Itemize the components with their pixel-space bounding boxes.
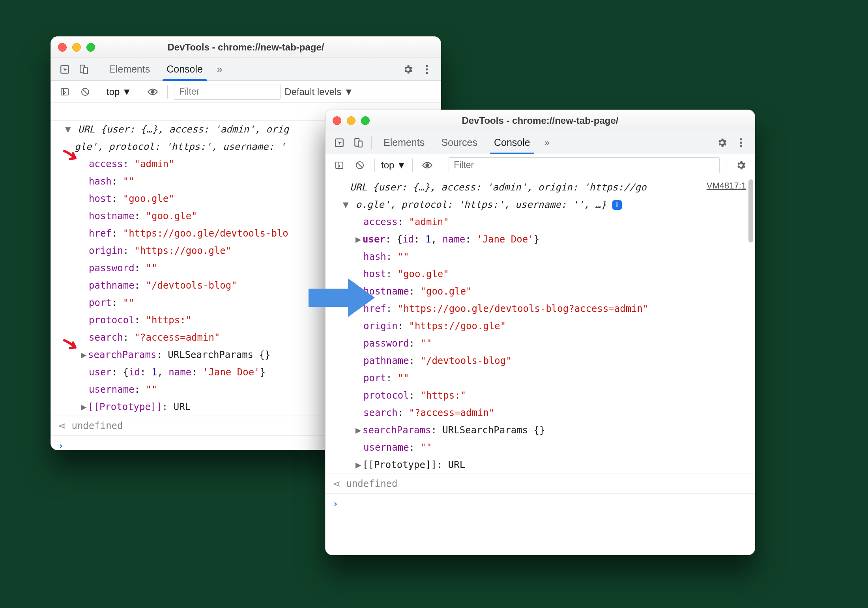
context-selector[interactable]: top ▼	[107, 86, 131, 97]
divider	[371, 136, 372, 149]
tab-elements[interactable]: Elements	[376, 131, 432, 154]
brace: {	[123, 367, 129, 378]
sidebar-toggle-icon[interactable]	[56, 84, 73, 100]
prop-value: "admin"	[135, 159, 174, 170]
prop-row[interactable]: password: ""	[326, 335, 755, 352]
chevron-down-icon: ▼	[397, 160, 406, 171]
prop-row[interactable]: href: "https://goo.gle/devtools-blog?acc…	[326, 300, 755, 317]
minimize-icon[interactable]	[347, 116, 355, 125]
prop-key: pathname	[89, 280, 135, 291]
levels-label: Default levels	[284, 86, 341, 97]
more-tabs-icon[interactable]: »	[212, 64, 227, 75]
divider	[374, 159, 375, 172]
sidebar-toggle-icon[interactable]	[331, 157, 348, 173]
kebab-icon[interactable]	[733, 134, 749, 151]
prop-row[interactable]: hostname: "goo.gle"	[326, 283, 755, 300]
eye-icon[interactable]	[144, 84, 161, 100]
inspect-icon[interactable]	[56, 61, 73, 78]
prop-row[interactable]: port: ""	[326, 369, 755, 387]
filter-input[interactable]	[174, 84, 281, 100]
prop-row[interactable]: username: ""	[326, 439, 755, 456]
prop-row[interactable]: search: "?access=admin"	[326, 404, 755, 421]
clear-console-icon[interactable]	[77, 84, 94, 100]
summary-text: URL {user: {…}, access: 'admin', origin:…	[350, 182, 646, 193]
expand-triangle-icon[interactable]: ▶	[355, 231, 363, 247]
more-tabs-icon[interactable]: »	[540, 137, 554, 148]
prop-value: "goo.gle"	[123, 193, 174, 204]
prop-row[interactable]: pathname: "/devtools-blog"	[326, 352, 755, 369]
expand-triangle-icon[interactable]: ▶	[81, 347, 88, 363]
inspect-icon[interactable]	[331, 134, 348, 151]
prop-key: href	[363, 303, 386, 314]
close-icon[interactable]	[58, 43, 67, 52]
svg-point-4	[426, 68, 428, 70]
prop-value: "/devtools-blog"	[146, 280, 237, 291]
expand-triangle-icon[interactable]: ▶	[81, 399, 88, 415]
filter-input[interactable]	[449, 157, 720, 173]
prop-key: host	[363, 269, 386, 280]
prop-key: search	[89, 332, 123, 343]
prop-key: name	[168, 367, 191, 378]
maximize-icon[interactable]	[86, 43, 95, 52]
window-title: DevTools - chrome://new-tab-page/	[326, 115, 755, 126]
prop-key: searchParams	[363, 425, 431, 436]
traffic-lights	[333, 116, 370, 125]
close-icon[interactable]	[333, 116, 341, 125]
prop-key: port	[363, 373, 386, 384]
tab-sources[interactable]: Sources	[434, 131, 485, 154]
object-summary[interactable]: URL {user: {…}, access: 'admin', origin:…	[326, 176, 755, 196]
titlebar: DevTools - chrome://new-tab-page/	[51, 37, 441, 58]
prop-key: host	[89, 193, 112, 204]
expand-triangle-icon[interactable]: ▶	[355, 422, 363, 438]
prop-value: "/devtools-blog"	[421, 355, 512, 366]
tab-elements[interactable]: Elements	[102, 58, 157, 80]
prop-row[interactable]: ▶user: {id: 1, name: 'Jane Doe'}	[326, 231, 755, 248]
tab-console[interactable]: Console	[159, 58, 210, 80]
gear-icon[interactable]	[400, 61, 416, 78]
info-badge-icon[interactable]: i	[612, 200, 622, 210]
prop-row[interactable]: origin: "https://goo.gle"	[326, 317, 755, 335]
prop-row[interactable]: hash: ""	[326, 248, 755, 265]
prop-value: "?access=admin"	[409, 407, 495, 418]
console-prompt[interactable]: ›	[326, 494, 755, 514]
prop-value: "admin"	[409, 216, 449, 228]
expand-triangle-icon[interactable]: ▶	[355, 457, 363, 473]
gear-icon[interactable]	[733, 157, 749, 173]
prop-key: hash	[89, 176, 112, 187]
prop-key: password	[363, 338, 409, 349]
prop-row[interactable]: ▶searchParams: URLSearchParams {}	[326, 421, 755, 439]
tab-console[interactable]: Console	[487, 131, 537, 154]
devtools-window-right: DevTools - chrome://new-tab-page/ Elemen…	[325, 110, 755, 555]
svg-point-8	[152, 90, 154, 93]
undefined-text: undefined	[71, 420, 123, 431]
prop-row[interactable]: access: "admin"	[326, 213, 755, 231]
expand-triangle-icon[interactable]: ▼	[343, 197, 350, 213]
minimize-icon[interactable]	[72, 43, 81, 52]
prop-row[interactable]: ▶[[Prototype]]: URL	[326, 456, 755, 474]
svg-rect-2	[84, 67, 88, 73]
context-selector[interactable]: top ▼	[381, 160, 406, 171]
svg-rect-11	[358, 141, 362, 147]
prop-key: access	[89, 159, 123, 170]
kebab-icon[interactable]	[419, 61, 435, 78]
eye-icon[interactable]	[419, 157, 436, 173]
log-levels-selector[interactable]: Default levels ▼	[284, 86, 354, 97]
brace: {	[397, 234, 402, 245]
svg-point-13	[740, 142, 742, 144]
clear-console-icon[interactable]	[352, 157, 368, 173]
device-toolbar-icon[interactable]	[75, 61, 92, 78]
prop-key: username	[363, 442, 409, 453]
maximize-icon[interactable]	[361, 116, 370, 125]
device-toolbar-icon[interactable]	[350, 134, 367, 151]
prop-value: ""	[398, 251, 409, 262]
gear-icon[interactable]	[714, 134, 730, 151]
prop-row[interactable]: host: "goo.gle"	[326, 265, 755, 283]
prop-row[interactable]: protocol: "https:"	[326, 387, 755, 404]
prop-value: "goo.gle"	[421, 286, 472, 297]
prop-value: ""	[123, 176, 135, 187]
brace: }	[260, 367, 266, 378]
divider	[138, 85, 138, 99]
prop-key: protocol	[89, 315, 135, 326]
svg-point-17	[426, 164, 429, 166]
expand-triangle-icon[interactable]: ▼	[65, 121, 72, 137]
